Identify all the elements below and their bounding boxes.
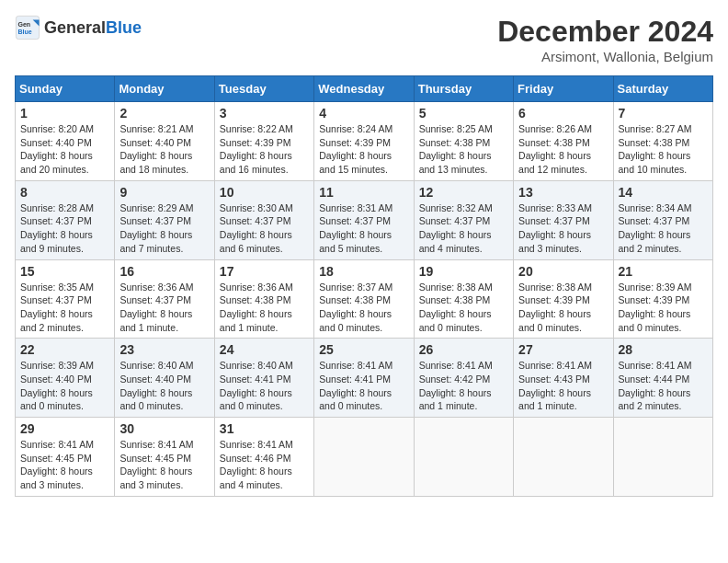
calendar-week-row: 1 Sunrise: 8:20 AM Sunset: 4:40 PM Dayli… [16, 102, 713, 181]
calendar-cell: 1 Sunrise: 8:20 AM Sunset: 4:40 PM Dayli… [16, 102, 115, 181]
day-info: Sunrise: 8:40 AM Sunset: 4:41 PM Dayligh… [220, 359, 309, 413]
day-info: Sunrise: 8:35 AM Sunset: 4:37 PM Dayligh… [20, 281, 109, 335]
day-number: 18 [319, 264, 408, 279]
day-info: Sunrise: 8:33 AM Sunset: 4:37 PM Dayligh… [518, 201, 608, 256]
svg-text:Gen: Gen [18, 21, 31, 28]
day-number: 12 [419, 185, 508, 200]
day-number: 2 [119, 106, 209, 121]
logo-blue: Blue [106, 18, 142, 37]
day-info: Sunrise: 8:36 AM Sunset: 4:38 PM Dayligh… [220, 281, 309, 335]
logo-icon: Gen Blue [15, 15, 40, 40]
calendar-week-row: 22 Sunrise: 8:39 AM Sunset: 4:40 PM Dayl… [16, 339, 713, 418]
calendar-cell: 7 Sunrise: 8:27 AM Sunset: 4:38 PM Dayli… [613, 102, 712, 181]
day-info: Sunrise: 8:29 AM Sunset: 4:37 PM Dayligh… [119, 201, 209, 256]
calendar-cell: 19 Sunrise: 8:38 AM Sunset: 4:38 PM Dayl… [414, 259, 513, 339]
calendar-header-row: SundayMondayTuesdayWednesdayThursdayFrid… [16, 76, 713, 102]
svg-rect-0 [16, 16, 39, 39]
calendar-cell: 12 Sunrise: 8:32 AM Sunset: 4:37 PM Dayl… [414, 180, 513, 259]
day-number: 31 [220, 421, 309, 436]
day-info: Sunrise: 8:40 AM Sunset: 4:40 PM Dayligh… [119, 359, 209, 413]
day-info: Sunrise: 8:41 AM Sunset: 4:44 PM Dayligh… [619, 359, 708, 413]
day-info: Sunrise: 8:38 AM Sunset: 4:38 PM Dayligh… [419, 281, 508, 335]
day-number: 13 [518, 185, 608, 200]
day-info: Sunrise: 8:26 AM Sunset: 4:38 PM Dayligh… [518, 122, 608, 177]
day-number: 10 [220, 185, 309, 200]
day-info: Sunrise: 8:20 AM Sunset: 4:40 PM Dayligh… [20, 122, 109, 177]
day-number: 27 [518, 342, 608, 357]
calendar-cell: 9 Sunrise: 8:29 AM Sunset: 4:37 PM Dayli… [115, 180, 214, 259]
day-info: Sunrise: 8:30 AM Sunset: 4:37 PM Dayligh… [220, 201, 309, 256]
calendar-cell [514, 418, 613, 497]
day-info: Sunrise: 8:41 AM Sunset: 4:45 PM Dayligh… [20, 438, 109, 492]
calendar-cell: 23 Sunrise: 8:40 AM Sunset: 4:40 PM Dayl… [115, 339, 214, 418]
calendar-cell: 29 Sunrise: 8:41 AM Sunset: 4:45 PM Dayl… [16, 418, 115, 497]
day-number: 22 [20, 342, 109, 357]
calendar-cell: 5 Sunrise: 8:25 AM Sunset: 4:38 PM Dayli… [414, 102, 513, 181]
calendar-cell: 25 Sunrise: 8:41 AM Sunset: 4:41 PM Dayl… [314, 339, 414, 418]
day-info: Sunrise: 8:25 AM Sunset: 4:38 PM Dayligh… [419, 122, 508, 177]
calendar-cell: 6 Sunrise: 8:26 AM Sunset: 4:38 PM Dayli… [514, 102, 613, 181]
day-number: 17 [220, 264, 309, 279]
day-number: 6 [518, 106, 608, 121]
day-header-sunday: Sunday [16, 76, 115, 102]
calendar-cell: 21 Sunrise: 8:39 AM Sunset: 4:39 PM Dayl… [613, 259, 712, 339]
day-info: Sunrise: 8:41 AM Sunset: 4:45 PM Dayligh… [119, 438, 209, 492]
day-number: 1 [20, 106, 109, 121]
calendar-cell: 17 Sunrise: 8:36 AM Sunset: 4:38 PM Dayl… [214, 259, 313, 339]
day-info: Sunrise: 8:41 AM Sunset: 4:42 PM Dayligh… [419, 359, 508, 413]
day-info: Sunrise: 8:39 AM Sunset: 4:39 PM Dayligh… [619, 281, 708, 335]
calendar-cell: 26 Sunrise: 8:41 AM Sunset: 4:42 PM Dayl… [414, 339, 513, 418]
calendar-cell: 4 Sunrise: 8:24 AM Sunset: 4:39 PM Dayli… [314, 102, 414, 181]
day-info: Sunrise: 8:37 AM Sunset: 4:38 PM Dayligh… [319, 281, 408, 335]
day-info: Sunrise: 8:32 AM Sunset: 4:37 PM Dayligh… [419, 201, 508, 256]
day-number: 5 [419, 106, 508, 121]
day-info: Sunrise: 8:34 AM Sunset: 4:37 PM Dayligh… [619, 201, 708, 256]
logo: Gen Blue GeneralBlue [15, 15, 142, 40]
day-number: 24 [220, 342, 309, 357]
day-number: 20 [518, 264, 608, 279]
day-number: 21 [619, 264, 708, 279]
logo-general: General [44, 18, 106, 37]
logo-text: GeneralBlue [44, 18, 142, 38]
calendar-cell: 31 Sunrise: 8:41 AM Sunset: 4:46 PM Dayl… [214, 418, 313, 497]
calendar-cell [414, 418, 513, 497]
day-number: 3 [220, 106, 309, 121]
day-number: 15 [20, 264, 109, 279]
day-number: 9 [119, 185, 209, 200]
calendar-week-row: 8 Sunrise: 8:28 AM Sunset: 4:37 PM Dayli… [16, 180, 713, 259]
day-number: 4 [319, 106, 408, 121]
calendar-cell: 14 Sunrise: 8:34 AM Sunset: 4:37 PM Dayl… [613, 180, 712, 259]
day-header-monday: Monday [115, 76, 214, 102]
calendar-cell: 10 Sunrise: 8:30 AM Sunset: 4:37 PM Dayl… [214, 180, 313, 259]
day-number: 26 [419, 342, 508, 357]
day-info: Sunrise: 8:31 AM Sunset: 4:37 PM Dayligh… [319, 201, 408, 256]
calendar-cell [314, 418, 414, 497]
day-header-tuesday: Tuesday [214, 76, 313, 102]
day-number: 14 [619, 185, 708, 200]
day-number: 19 [419, 264, 508, 279]
location-subtitle: Arsimont, Wallonia, Belgium [497, 49, 713, 64]
calendar-cell: 3 Sunrise: 8:22 AM Sunset: 4:39 PM Dayli… [214, 102, 313, 181]
calendar-cell: 13 Sunrise: 8:33 AM Sunset: 4:37 PM Dayl… [514, 180, 613, 259]
day-info: Sunrise: 8:22 AM Sunset: 4:39 PM Dayligh… [220, 122, 309, 177]
calendar-cell: 27 Sunrise: 8:41 AM Sunset: 4:43 PM Dayl… [514, 339, 613, 418]
calendar-cell: 28 Sunrise: 8:41 AM Sunset: 4:44 PM Dayl… [613, 339, 712, 418]
page-header: Gen Blue GeneralBlue December 2024 Arsim… [15, 15, 713, 64]
day-info: Sunrise: 8:28 AM Sunset: 4:37 PM Dayligh… [20, 201, 109, 256]
day-info: Sunrise: 8:41 AM Sunset: 4:43 PM Dayligh… [518, 359, 608, 413]
calendar-cell: 2 Sunrise: 8:21 AM Sunset: 4:40 PM Dayli… [115, 102, 214, 181]
calendar-cell: 8 Sunrise: 8:28 AM Sunset: 4:37 PM Dayli… [16, 180, 115, 259]
calendar-cell: 24 Sunrise: 8:40 AM Sunset: 4:41 PM Dayl… [214, 339, 313, 418]
title-area: December 2024 Arsimont, Wallonia, Belgiu… [497, 15, 713, 64]
day-header-friday: Friday [514, 76, 613, 102]
day-number: 16 [119, 264, 209, 279]
calendar-cell: 11 Sunrise: 8:31 AM Sunset: 4:37 PM Dayl… [314, 180, 414, 259]
day-number: 29 [20, 421, 109, 436]
day-number: 7 [619, 106, 708, 121]
calendar-week-row: 29 Sunrise: 8:41 AM Sunset: 4:45 PM Dayl… [16, 418, 713, 497]
calendar-cell: 15 Sunrise: 8:35 AM Sunset: 4:37 PM Dayl… [16, 259, 115, 339]
day-header-wednesday: Wednesday [314, 76, 414, 102]
day-info: Sunrise: 8:36 AM Sunset: 4:37 PM Dayligh… [119, 281, 209, 335]
day-number: 25 [319, 342, 408, 357]
calendar-cell: 30 Sunrise: 8:41 AM Sunset: 4:45 PM Dayl… [115, 418, 214, 497]
